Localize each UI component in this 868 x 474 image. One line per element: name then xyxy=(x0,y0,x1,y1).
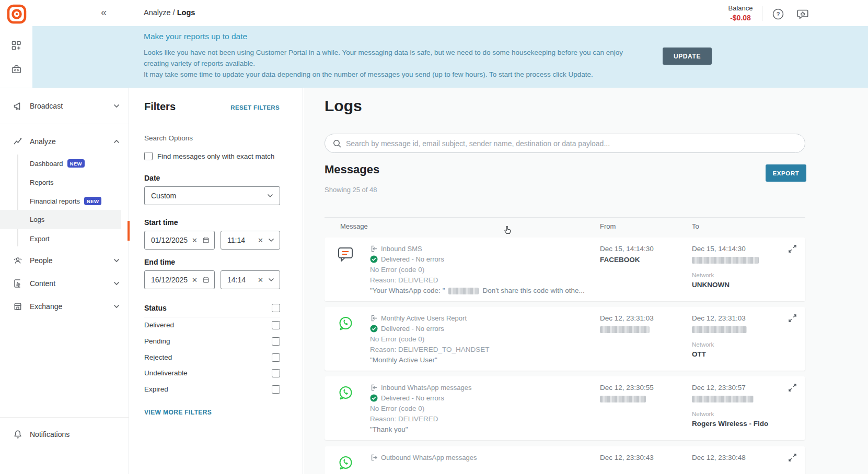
message-status: Delivered - No errors xyxy=(381,325,444,333)
start-date-value[interactable] xyxy=(151,236,192,244)
redacted-sender xyxy=(600,396,646,402)
inbound-icon xyxy=(370,384,378,392)
filters-title: Filters xyxy=(144,101,176,113)
network-label: Network xyxy=(692,272,714,278)
breadcrumb-section[interactable]: Analyze xyxy=(144,8,171,17)
calendar-icon[interactable] xyxy=(202,236,210,244)
clear-icon[interactable]: ✕ xyxy=(258,236,263,244)
expired-checkbox[interactable] xyxy=(272,385,280,394)
megaphone-icon xyxy=(13,101,23,111)
sidebar-label-dashboard: Dashboard xyxy=(30,160,63,168)
chevron-down-icon xyxy=(113,304,120,309)
view-more-filters-link[interactable]: VIEW MORE FILTERS xyxy=(144,409,212,416)
status-option-label: Delivered xyxy=(144,321,174,329)
calendar-icon[interactable] xyxy=(202,276,210,284)
status-filter-group: Status xyxy=(144,303,280,312)
status-option-undeliverable: Undeliverable xyxy=(144,369,280,377)
exact-match-label: Find messages only with exact match xyxy=(157,152,274,160)
start-date-input[interactable]: ✕ xyxy=(144,231,215,250)
rejected-checkbox[interactable] xyxy=(272,353,280,362)
undeliverable-checkbox[interactable] xyxy=(272,369,280,377)
clear-icon[interactable]: ✕ xyxy=(192,276,198,284)
status-all-checkbox[interactable] xyxy=(272,304,280,312)
exact-match-option: Find messages only with exact match xyxy=(144,152,274,160)
chevron-down-icon xyxy=(267,194,273,198)
reset-filters-button[interactable]: RESET FILTERS xyxy=(230,104,280,111)
expand-icon[interactable] xyxy=(788,453,797,462)
sidebar-item-notifications[interactable]: Notifications xyxy=(0,423,129,445)
sidebar-item-broadcast[interactable]: Broadcast xyxy=(0,94,129,117)
from-timestamp: Dec 12, 23:31:03 xyxy=(600,314,654,322)
table-row[interactable]: Monthly Active Users Report Delivered - … xyxy=(325,307,805,371)
apps-grid-icon[interactable] xyxy=(11,40,22,51)
chevron-down-icon xyxy=(113,104,120,108)
clear-icon[interactable]: ✕ xyxy=(192,236,198,244)
exact-match-checkbox[interactable] xyxy=(144,152,153,160)
sidebar-label-notifications: Notifications xyxy=(30,430,70,439)
sidebar-item-analyze[interactable]: Analyze xyxy=(0,130,129,152)
sidebar-label-analyze: Analyze xyxy=(30,137,56,146)
sidebar-item-logs[interactable]: Logs xyxy=(0,210,121,229)
breadcrumb-page: Logs xyxy=(177,8,195,17)
help-icon[interactable]: ? xyxy=(772,8,784,20)
start-clock-value[interactable] xyxy=(227,236,258,244)
new-badge: NEW xyxy=(84,197,101,205)
search-icon xyxy=(332,139,342,148)
brand-logo-icon[interactable] xyxy=(7,4,27,24)
date-range-select[interactable]: Custom xyxy=(144,186,280,205)
pending-checkbox[interactable] xyxy=(272,337,280,346)
update-button[interactable]: UPDATE xyxy=(663,48,712,65)
status-option-label: Undeliverable xyxy=(144,369,188,377)
message-status: Delivered - No errors xyxy=(381,394,444,402)
banner-title: Make your reports up to date xyxy=(144,32,247,41)
content-frame-icon xyxy=(13,278,23,289)
filters-panel: Filters RESET FILTERS Search Options Fin… xyxy=(130,88,303,474)
chevron-down-icon xyxy=(113,258,120,263)
status-option-label: Pending xyxy=(144,337,170,345)
expand-icon[interactable] xyxy=(788,314,797,323)
expand-icon[interactable] xyxy=(788,244,797,253)
balance-label: Balance xyxy=(722,4,759,12)
breadcrumb-separator: / xyxy=(171,8,177,17)
table-row[interactable]: Inbound SMS Delivered - No errors No Err… xyxy=(325,238,805,301)
balance-value: -$0.08 xyxy=(722,14,759,22)
sidebar-item-financial-reports[interactable]: Financial reports NEW xyxy=(0,192,121,210)
expand-icon[interactable] xyxy=(788,383,797,392)
end-clock-value[interactable] xyxy=(227,276,258,284)
clear-icon[interactable]: ✕ xyxy=(258,276,263,284)
redacted-destination xyxy=(692,326,747,333)
delivered-checkbox[interactable] xyxy=(272,321,280,329)
sidebar-item-dashboard[interactable]: Dashboard NEW xyxy=(0,155,121,172)
new-badge: NEW xyxy=(67,159,85,168)
sidebar-label-exchange: Exchange xyxy=(30,302,62,311)
sidebar-collapse-icon[interactable]: « xyxy=(101,6,107,18)
app-window: « Analyze / Logs Balance -$0.08 ? Make y… xyxy=(0,0,868,474)
message-reason: Reason: DELIVERED_TO_HANDSET xyxy=(370,346,490,353)
developer-tools-icon[interactable] xyxy=(11,64,22,75)
from-timestamp: Dec 15, 14:14:30 xyxy=(600,245,654,253)
table-row[interactable]: Inbound WhatsApp messages Delivered - No… xyxy=(325,376,805,440)
sidebar-label-people: People xyxy=(30,256,53,265)
message-error: No Error (code 0) xyxy=(370,405,424,412)
sidebar-item-exchange[interactable]: Exchange xyxy=(0,295,129,317)
status-option-delivered: Delivered xyxy=(144,321,280,329)
feedback-icon[interactable] xyxy=(796,8,809,20)
banner-text-line3: It may take some time to update your dat… xyxy=(144,70,593,78)
table-row[interactable]: Outbound WhatsApp messages Dec 12, 23:30… xyxy=(325,446,805,474)
end-date-value[interactable] xyxy=(151,276,192,284)
end-clock-input[interactable]: ✕ xyxy=(221,270,280,289)
end-date-input[interactable]: ✕ xyxy=(144,270,215,289)
sidebar-item-reports[interactable]: Reports xyxy=(0,173,121,191)
results-count: Showing 25 of 48 xyxy=(325,186,377,194)
start-clock-input[interactable]: ✕ xyxy=(221,231,280,250)
sidebar-item-content[interactable]: Content xyxy=(0,272,129,294)
sidebar-item-people[interactable]: People xyxy=(0,249,129,271)
chevron-down-icon xyxy=(268,278,274,282)
sidebar-item-export[interactable]: Export xyxy=(0,230,121,247)
search-input[interactable] xyxy=(346,139,805,148)
delivered-check-icon xyxy=(370,325,378,333)
end-time-label: End time xyxy=(144,258,175,266)
redacted-destination xyxy=(692,396,754,402)
delivered-check-icon xyxy=(370,255,378,263)
export-button[interactable]: EXPORT xyxy=(766,164,806,182)
